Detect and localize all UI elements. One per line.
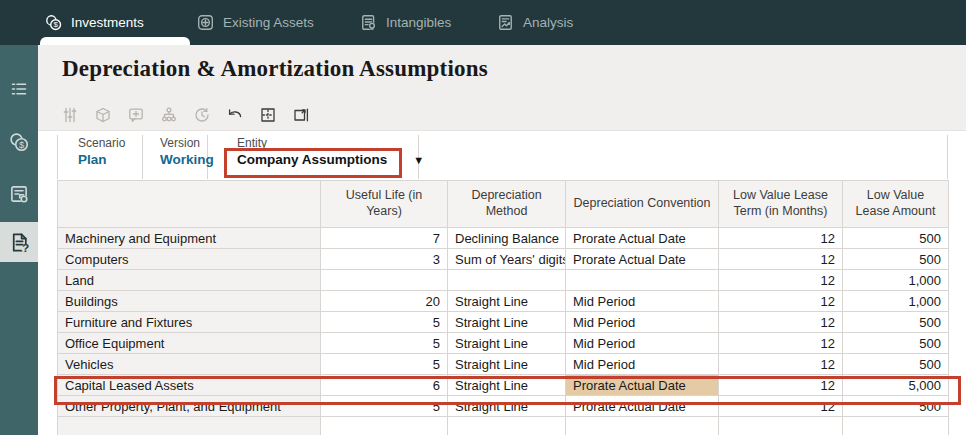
lease-amount-cell[interactable]: 1,000: [843, 270, 949, 291]
depreciation-method-cell[interactable]: Straight Line: [448, 354, 566, 375]
pov-divider: [57, 135, 58, 179]
coins-icon: $: [45, 14, 62, 31]
lease-amount-cell[interactable]: 500: [843, 354, 949, 375]
depreciation-method-cell[interactable]: Straight Line: [448, 312, 566, 333]
row-label-cell: Machinery and Equipment: [58, 228, 321, 249]
grid-borders-icon[interactable]: [258, 106, 277, 125]
lease-amount-cell[interactable]: 1,000: [843, 291, 949, 312]
row-label-cell: Vehicles: [58, 354, 321, 375]
row-label-cell: Other Property, Plant, and Equipment: [58, 396, 321, 417]
useful-life-cell[interactable]: 7: [321, 228, 448, 249]
left-sidebar: $ ?: [0, 45, 38, 435]
pov-divider: [947, 135, 948, 179]
main-area: Depreciation & Amortization Assumptions: [38, 45, 966, 435]
comment-plus-icon[interactable]: [126, 106, 145, 125]
table-row: Office Equipment 5 Straight Line Mid Per…: [58, 333, 949, 354]
depreciation-convention-cell[interactable]: Prorate Actual Date: [566, 375, 719, 396]
sidebar-item-assumptions[interactable]: ?: [0, 222, 38, 262]
lease-term-cell[interactable]: 12: [719, 396, 843, 417]
depreciation-method-cell[interactable]: Straight Line: [448, 291, 566, 312]
header-row: Useful Life (in Years) Depreciation Meth…: [58, 181, 949, 228]
depreciation-convention-cell[interactable]: Mid Period: [566, 333, 719, 354]
version-selector[interactable]: Working: [160, 152, 214, 167]
useful-life-cell[interactable]: 20: [321, 291, 448, 312]
depreciation-convention-cell[interactable]: Mid Period: [566, 291, 719, 312]
lease-amount-cell[interactable]: 5,000: [843, 375, 949, 396]
useful-life-cell[interactable]: 5: [321, 354, 448, 375]
column-header-lease-term[interactable]: Low Value Lease Term (in Months): [719, 181, 843, 228]
cube-icon[interactable]: [93, 106, 112, 125]
document-chart-icon: [497, 14, 514, 31]
table-row: Land 12 1,000: [58, 270, 949, 291]
depreciation-convention-cell[interactable]: Prorate Actual Date: [566, 228, 719, 249]
lease-amount-cell[interactable]: 500: [843, 396, 949, 417]
lease-amount-cell[interactable]: 500: [843, 333, 949, 354]
row-label-column-header: [58, 181, 321, 228]
column-header-depreciation-convention[interactable]: Depreciation Convention: [566, 181, 719, 228]
grid-body: Machinery and Equipment 7 Declining Bala…: [58, 228, 949, 417]
report-icon: [9, 184, 29, 204]
useful-life-cell[interactable]: 5: [321, 396, 448, 417]
depreciation-method-cell[interactable]: Straight Line: [448, 333, 566, 354]
depreciation-method-cell[interactable]: Declining Balance: [448, 228, 566, 249]
table-row: Capital Leased Assets 6 Straight Line Pr…: [58, 375, 949, 396]
scenario-selector[interactable]: Plan: [78, 152, 107, 167]
table-row: Vehicles 5 Straight Line Mid Period 12 5…: [58, 354, 949, 375]
chevron-down-icon: ▼: [413, 154, 424, 166]
pop-out-icon[interactable]: [291, 106, 310, 125]
lease-term-cell[interactable]: 12: [719, 312, 843, 333]
depreciation-convention-cell[interactable]: Mid Period: [566, 312, 719, 333]
lease-amount-cell[interactable]: 500: [843, 228, 949, 249]
history-icon[interactable]: [192, 106, 211, 125]
svg-text:?: ?: [21, 240, 28, 252]
useful-life-cell[interactable]: [321, 270, 448, 291]
lease-term-cell[interactable]: 12: [719, 354, 843, 375]
lease-term-cell[interactable]: 12: [719, 291, 843, 312]
useful-life-cell[interactable]: 5: [321, 312, 448, 333]
depreciation-convention-cell[interactable]: [566, 270, 719, 291]
scenario-label: Scenario: [78, 136, 125, 150]
lease-amount-cell[interactable]: 500: [843, 312, 949, 333]
tab-label: Investments: [71, 15, 144, 30]
table-row: Buildings 20 Straight Line Mid Period 12…: [58, 291, 949, 312]
lease-term-cell[interactable]: 12: [719, 228, 843, 249]
useful-life-cell[interactable]: 5: [321, 333, 448, 354]
lease-term-cell[interactable]: 12: [719, 270, 843, 291]
depreciation-method-cell[interactable]: [448, 270, 566, 291]
entity-selector[interactable]: Company Assumptions ▼: [237, 152, 424, 167]
undo-icon[interactable]: [225, 106, 244, 125]
lease-term-cell[interactable]: 12: [719, 375, 843, 396]
sliders-icon[interactable]: [60, 106, 79, 125]
depreciation-convention-cell[interactable]: Prorate Actual Date: [566, 249, 719, 270]
sidebar-item-reports[interactable]: [0, 176, 38, 212]
depreciation-method-cell[interactable]: Straight Line: [448, 396, 566, 417]
tab-existing-assets[interactable]: Existing Assets: [197, 0, 314, 45]
useful-life-cell[interactable]: 6: [321, 375, 448, 396]
tab-intangibles[interactable]: Intangibles: [360, 0, 451, 45]
hierarchy-icon[interactable]: [159, 106, 178, 125]
sidebar-item-navigator[interactable]: [0, 71, 38, 107]
column-header-useful-life[interactable]: Useful Life (in Years): [321, 181, 448, 228]
depreciation-method-cell[interactable]: Sum of Years' digits: [448, 249, 566, 270]
lease-term-cell[interactable]: 12: [719, 249, 843, 270]
lease-term-cell[interactable]: 12: [719, 333, 843, 354]
entity-value: Company Assumptions: [237, 152, 387, 167]
lease-amount-cell[interactable]: 500: [843, 249, 949, 270]
document-question-icon: ?: [9, 232, 30, 253]
circle-plus-icon: [197, 14, 214, 31]
document-bulb-icon: [360, 14, 377, 31]
depreciation-convention-cell[interactable]: Prorate Actual Date: [566, 396, 719, 417]
svg-text:$: $: [53, 20, 58, 29]
column-header-lease-amount[interactable]: Low Value Lease Amount: [843, 181, 949, 228]
depreciation-method-cell[interactable]: Straight Line: [448, 375, 566, 396]
column-header-depreciation-method[interactable]: Depreciation Method: [448, 181, 566, 228]
sidebar-item-investments[interactable]: $: [0, 124, 38, 160]
coins-icon: $: [9, 132, 29, 152]
row-label-cell: Office Equipment: [58, 333, 321, 354]
tab-analysis[interactable]: Analysis: [497, 0, 573, 45]
partial-row: [58, 417, 949, 435]
useful-life-cell[interactable]: 3: [321, 249, 448, 270]
depreciation-convention-cell[interactable]: Mid Period: [566, 354, 719, 375]
row-label-cell: Computers: [58, 249, 321, 270]
table-row: Other Property, Plant, and Equipment 5 S…: [58, 396, 949, 417]
